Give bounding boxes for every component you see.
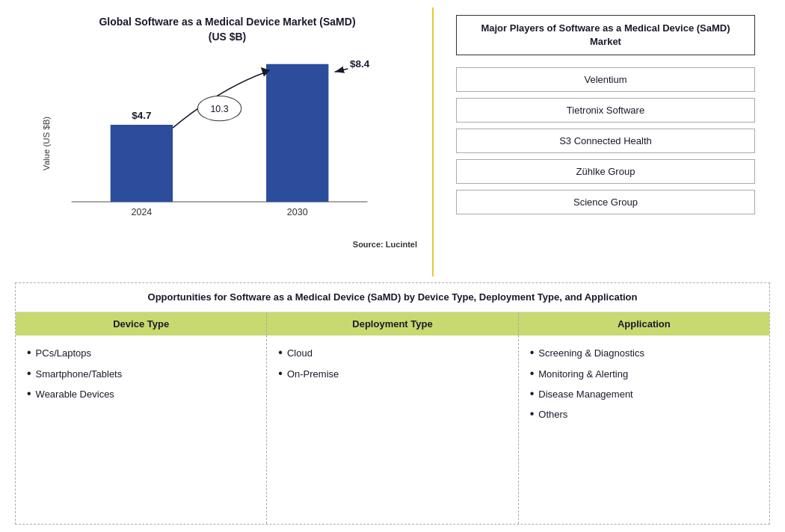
list-item: • Monitoring & Alerting	[530, 365, 758, 383]
chart-section: Global Software as a Medical Device Mark…	[15, 7, 434, 276]
y-axis-label: Value (US $B)	[42, 117, 51, 170]
col-header-device: Device Type	[16, 312, 267, 335]
col-deployment-type: • Cloud • On-Premise	[267, 335, 518, 524]
player-item-1: Velentium	[456, 67, 755, 92]
players-section: Major Players of Software as a Medical D…	[434, 7, 770, 276]
columns-content: • PCs/Laptops • Smartphone/Tablets • Wea…	[16, 335, 769, 524]
columns-header: Device Type Deployment Type Application	[16, 312, 769, 335]
player-item-3: S3 Connected Health	[456, 129, 755, 153]
list-item: • On-Premise	[278, 365, 506, 383]
bar-value-2030: $8.4	[350, 58, 370, 69]
col-header-application: Application	[519, 312, 769, 335]
player-item-4: Zühlke Group	[456, 159, 755, 184]
cagr-value: 10.3	[210, 105, 228, 115]
player-item-5: Science Group	[456, 190, 755, 214]
players-title: Major Players of Software as a Medical D…	[456, 15, 755, 55]
list-item: • Disease Management	[530, 386, 758, 403]
player-item-2: Tietronix Software	[456, 98, 755, 123]
list-item: • Smartphone/Tablets	[27, 365, 255, 383]
bar-value-2024: $4.7	[132, 110, 151, 121]
opportunities-title: Opportunities for Software as a Medical …	[16, 283, 769, 312]
bar-chart: Value (US $B) $4.7 2024 $8.4	[30, 50, 425, 237]
col-header-deployment: Deployment Type	[267, 312, 518, 335]
svg-line-1	[335, 69, 348, 72]
chart-title: Global Software as a Medical Device Mark…	[99, 15, 355, 44]
list-item: • Cloud	[278, 344, 506, 362]
opportunities-section: Opportunities for Software as a Medical …	[15, 282, 770, 525]
list-item: • Screening & Diagnostics	[530, 344, 758, 362]
list-item: • Wearable Devices	[27, 386, 255, 403]
bar-year-2024: 2024	[132, 207, 153, 217]
source-label: Source: Lucintel	[30, 240, 425, 249]
list-item: • PCs/Laptops	[27, 344, 255, 362]
bar-2030	[266, 64, 328, 202]
col-application: • Screening & Diagnostics • Monitoring &…	[519, 335, 769, 524]
bar-year-2030: 2030	[287, 207, 308, 217]
col-device-type: • PCs/Laptops • Smartphone/Tablets • Wea…	[16, 335, 267, 524]
list-item: • Others	[530, 406, 758, 423]
bar-2024	[111, 125, 173, 202]
